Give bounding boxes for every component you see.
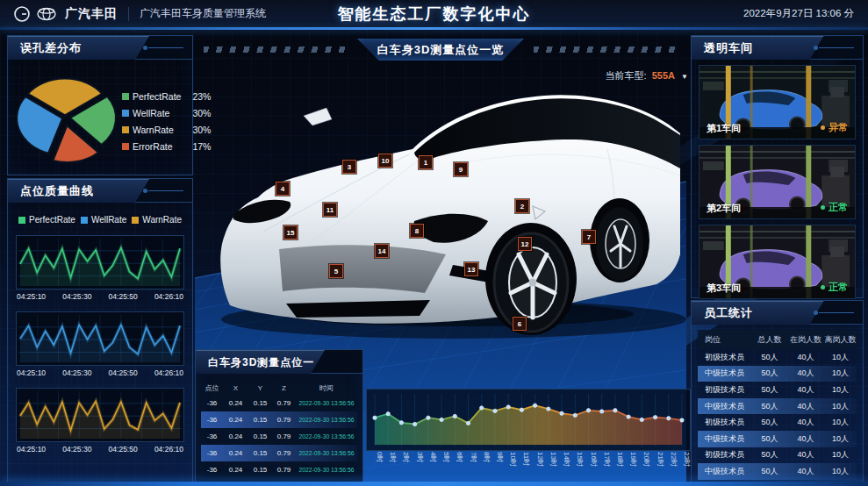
legend-item-PerfectRate[interactable]: PerfectRate [18, 215, 75, 225]
workshop-item-2[interactable]: 第2车间 正常 [699, 145, 856, 219]
workshop-item-1[interactable]: 第1车间 异常 [699, 65, 856, 139]
time-tick: 04:25:10 [17, 445, 46, 454]
table-cell: 0.15 [248, 399, 272, 407]
banner-dashes-left [204, 46, 348, 53]
legend-value: 17% [181, 141, 211, 152]
table-row[interactable]: 中级技术员50人40人10人 [698, 463, 857, 480]
legend-item-ErrorRate[interactable]: ErrorRate 17% [122, 141, 211, 152]
column-header: X [223, 384, 248, 392]
measure-point-marker-4[interactable]: 4 [276, 182, 290, 196]
table-cell: 10人 [824, 449, 857, 461]
legend-label: WellRate [91, 215, 126, 225]
table-row[interactable]: -360.240.150.792022-09-30 13:56:56 [201, 461, 357, 478]
column-header: 时间 [296, 383, 357, 393]
table-cell: -36 [201, 449, 223, 457]
measure-point-marker-1[interactable]: 1 [419, 155, 433, 169]
measure-point-marker-13[interactable]: 13 [464, 262, 478, 276]
legend-label: PerfectRate [29, 215, 75, 225]
banner-title-text: 白车身3D测量点位一览 [377, 42, 505, 58]
table-row[interactable]: -360.240.150.792022-09-30 13:56:56 [201, 395, 357, 411]
curve-charts: 04:25:1004:25:3004:25:5004:26:10 04:25:1… [8, 235, 192, 454]
legend-swatch-icon [122, 143, 129, 150]
table-row[interactable]: 初级技术员50人40人10人 [698, 414, 857, 431]
staff-statistics-panel: 员工统计 岗位总人数在岗人数离岗人数初级技术员50人40人10人中级技术员50人… [691, 300, 864, 482]
legend-item-WarnRate[interactable]: WarnRate [132, 215, 182, 225]
table-cell: 中级技术员 [698, 466, 752, 477]
svg-text:3时: 3时 [416, 452, 424, 462]
area-chart: 0时1时2时3时4时5时6时7时8时9时10时11时12时13时14时15时16… [366, 389, 691, 481]
workshop-item-3[interactable]: 第3车间 正常 [699, 225, 856, 299]
time-tick: 04:26:10 [154, 292, 183, 301]
panel-title: 点位质量曲线 [8, 179, 149, 203]
column-header: 在岗人数 [787, 334, 824, 346]
table-cell: 2022-09-30 13:56:56 [296, 467, 357, 473]
quality-curve-WellRate: 04:25:1004:25:3004:25:5004:26:10 [16, 311, 184, 377]
table-row[interactable]: -360.240.150.792022-09-30 13:56:56 [201, 411, 357, 428]
table-cell: 0.79 [272, 432, 296, 440]
table-cell: 10人 [824, 384, 857, 396]
table-row[interactable]: -360.240.150.792022-09-30 13:56:56 [201, 428, 357, 445]
panel-header: 点位质量曲线 [8, 179, 192, 203]
table-cell: 50人 [752, 352, 787, 363]
table-cell: 50人 [752, 368, 787, 379]
table-cell: 0.79 [272, 449, 296, 457]
legend-item-WarnRate[interactable]: WarnRate 30% [122, 125, 211, 135]
panel-header: 透明车间 [692, 36, 863, 60]
measure-point-marker-5[interactable]: 5 [329, 264, 343, 278]
legend-item-WellRate[interactable]: WellRate 30% [122, 108, 211, 118]
table-cell: 40人 [787, 417, 824, 428]
legend-label: WellRate [133, 108, 181, 118]
svg-text:2时: 2时 [402, 452, 410, 462]
time-tick: 04:26:10 [154, 368, 183, 377]
table-cell: 初级技术员 [698, 384, 752, 396]
table-cell: 0.79 [272, 399, 296, 407]
svg-text:21时: 21时 [656, 452, 664, 467]
legend-label: ErrorRate [133, 141, 181, 152]
svg-text:22时: 22时 [670, 452, 678, 467]
column-header: Y [248, 384, 272, 392]
table-cell: 中级技术员 [698, 368, 752, 379]
time-tick: 04:25:30 [62, 368, 91, 377]
svg-text:16时: 16时 [590, 452, 598, 467]
table-row[interactable]: 初级技术员50人40人10人 [698, 447, 857, 464]
svg-text:12时: 12时 [536, 452, 544, 467]
table-row[interactable]: 中级技术员50人40人10人 [698, 431, 857, 447]
measure-point-marker-6[interactable]: 6 [513, 317, 527, 331]
measure-point-marker-11[interactable]: 11 [323, 203, 337, 217]
pie-chart-area: PerfectRate 23% WellRate 30% WarnRate 30… [8, 60, 192, 168]
measure-point-marker-12[interactable]: 12 [518, 237, 532, 251]
table-row[interactable]: 中级技术员50人40人10人 [698, 398, 857, 415]
measure-point-marker-14[interactable]: 14 [375, 244, 389, 258]
table-cell: 10人 [824, 466, 857, 477]
svg-text:1时: 1时 [389, 452, 397, 462]
measure-point-marker-15[interactable]: 15 [283, 225, 298, 239]
svg-text:14时: 14时 [563, 452, 570, 467]
table-header-row: 岗位总人数在岗人数离岗人数 [698, 330, 857, 349]
measure-point-marker-3[interactable]: 3 [342, 160, 356, 174]
table-row[interactable]: 初级技术员50人40人10人 [698, 382, 857, 398]
table-cell: 50人 [752, 433, 787, 445]
legend-item-WellRate[interactable]: WellRate [81, 215, 126, 225]
model-selector[interactable]: 当前车型: 555A ▼ [590, 69, 688, 82]
measure-point-marker-8[interactable]: 8 [410, 224, 424, 238]
measure-point-marker-10[interactable]: 10 [378, 154, 392, 168]
legend-item-PerfectRate[interactable]: PerfectRate 23% [122, 91, 211, 102]
staff-table: 岗位总人数在岗人数离岗人数初级技术员50人40人10人中级技术员50人40人10… [698, 330, 857, 480]
table-cell: 40人 [787, 384, 824, 396]
workshop-label: 第2车间 [707, 202, 741, 215]
legend-value: 30% [181, 108, 211, 118]
table-row[interactable]: 中级技术员50人40人10人 [698, 366, 857, 382]
measure-point-marker-7[interactable]: 7 [582, 230, 596, 244]
measure-point-marker-2[interactable]: 2 [515, 199, 529, 213]
table-cell: 10人 [824, 368, 857, 379]
time-tick: 04:25:30 [62, 445, 91, 454]
table-row[interactable]: -360.240.150.792022-09-30 13:56:56 [201, 445, 357, 461]
measure-point-marker-9[interactable]: 9 [454, 162, 468, 176]
legend-swatch-icon [122, 110, 129, 117]
table-cell: 0.15 [248, 416, 272, 424]
legend-swatch-icon [18, 217, 25, 224]
table-cell: 10人 [824, 352, 857, 363]
table-row[interactable]: 初级技术员50人40人10人 [698, 349, 857, 366]
table-cell: 初级技术员 [698, 417, 752, 428]
time-tick: 04:25:50 [109, 445, 138, 454]
